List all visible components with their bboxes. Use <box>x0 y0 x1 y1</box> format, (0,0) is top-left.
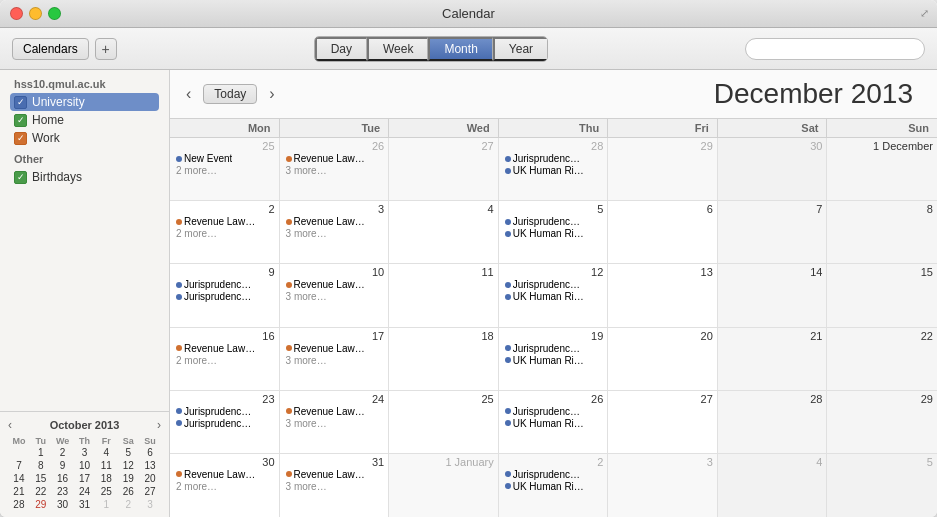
day-cell[interactable]: 9 Jurisprudenc… Jurisprudenc… <box>170 264 280 326</box>
mini-day[interactable]: 19 <box>117 472 139 485</box>
day-cell[interactable]: 6 <box>608 201 718 263</box>
day-cell[interactable]: 22 <box>827 328 937 390</box>
mini-day[interactable]: 26 <box>117 485 139 498</box>
more-events-link[interactable]: 2 more… <box>174 228 275 239</box>
mini-day-highlight[interactable]: 29 <box>30 498 52 511</box>
mini-day[interactable]: 25 <box>95 485 117 498</box>
mini-day[interactable]: 4 <box>95 446 117 459</box>
mini-day[interactable]: 27 <box>139 485 161 498</box>
event[interactable]: Jurisprudenc… <box>503 343 604 354</box>
event[interactable]: Revenue Law… <box>284 216 385 227</box>
event[interactable]: Revenue Law… <box>174 216 275 227</box>
day-cell[interactable]: 26 Revenue Law… 3 more… <box>280 138 390 200</box>
mini-day[interactable]: 14 <box>8 472 30 485</box>
sidebar-item-university[interactable]: ✓ University <box>10 93 159 111</box>
day-cell[interactable]: 28 <box>718 391 828 453</box>
mini-day[interactable]: 13 <box>139 459 161 472</box>
more-events-link[interactable]: 3 more… <box>284 355 385 366</box>
mini-day[interactable]: 23 <box>52 485 74 498</box>
mini-day[interactable]: 11 <box>95 459 117 472</box>
day-cell[interactable]: 3 <box>608 454 718 517</box>
month-view-button[interactable]: Month <box>428 37 492 61</box>
next-month-button[interactable]: › <box>265 85 278 103</box>
day-cell[interactable]: 8 <box>827 201 937 263</box>
day-cell[interactable]: 25 New Event 2 more… <box>170 138 280 200</box>
mini-day[interactable]: 2 <box>52 446 74 459</box>
mini-day[interactable]: 8 <box>30 459 52 472</box>
day-cell[interactable]: 26 Jurisprudenc… UK Human Ri… <box>499 391 609 453</box>
event[interactable]: UK Human Ri… <box>503 418 604 429</box>
mini-day[interactable]: 18 <box>95 472 117 485</box>
day-cell[interactable]: 16 Revenue Law… 2 more… <box>170 328 280 390</box>
more-events-link[interactable]: 3 more… <box>284 418 385 429</box>
event[interactable]: Revenue Law… <box>284 153 385 164</box>
mini-day[interactable]: 6 <box>139 446 161 459</box>
event[interactable]: UK Human Ri… <box>503 481 604 492</box>
mini-day[interactable]: 5 <box>117 446 139 459</box>
mini-day[interactable]: 24 <box>74 485 96 498</box>
day-cell[interactable]: 19 Jurisprudenc… UK Human Ri… <box>499 328 609 390</box>
mini-day[interactable] <box>8 446 30 459</box>
day-cell[interactable]: 21 <box>718 328 828 390</box>
event[interactable]: Jurisprudenc… <box>503 279 604 290</box>
day-cell[interactable]: 5 Jurisprudenc… UK Human Ri… <box>499 201 609 263</box>
day-cell[interactable]: 3 Revenue Law… 3 more… <box>280 201 390 263</box>
year-view-button[interactable]: Year <box>493 37 547 61</box>
day-cell[interactable]: 5 <box>827 454 937 517</box>
more-events-link[interactable]: 2 more… <box>174 481 275 492</box>
home-checkbox[interactable]: ✓ <box>14 114 27 127</box>
mini-day[interactable]: 22 <box>30 485 52 498</box>
event[interactable]: UK Human Ri… <box>503 165 604 176</box>
event[interactable]: Jurisprudenc… <box>174 279 275 290</box>
day-cell[interactable]: 2 Jurisprudenc… UK Human Ri… <box>499 454 609 517</box>
sidebar-item-work[interactable]: ✓ Work <box>10 129 159 147</box>
event[interactable]: Jurisprudenc… <box>503 406 604 417</box>
day-cell[interactable]: 17 Revenue Law… 3 more… <box>280 328 390 390</box>
day-cell[interactable]: 12 Jurisprudenc… UK Human Ri… <box>499 264 609 326</box>
more-events-link[interactable]: 2 more… <box>174 355 275 366</box>
event[interactable]: Jurisprudenc… <box>174 291 275 302</box>
add-calendar-button[interactable]: + <box>95 38 117 60</box>
mini-day[interactable]: 12 <box>117 459 139 472</box>
minimize-button[interactable] <box>29 7 42 20</box>
event[interactable]: UK Human Ri… <box>503 355 604 366</box>
day-cell[interactable]: 29 <box>608 138 718 200</box>
day-view-button[interactable]: Day <box>315 37 367 61</box>
day-cell[interactable]: 24 Revenue Law… 3 more… <box>280 391 390 453</box>
event[interactable]: Jurisprudenc… <box>174 406 275 417</box>
mini-day[interactable]: 1 <box>30 446 52 459</box>
event[interactable]: Revenue Law… <box>174 343 275 354</box>
event[interactable]: Revenue Law… <box>284 279 385 290</box>
mini-day[interactable]: 10 <box>74 459 96 472</box>
mini-prev-button[interactable]: ‹ <box>8 418 12 432</box>
day-cell[interactable]: 23 Jurisprudenc… Jurisprudenc… <box>170 391 280 453</box>
mini-day[interactable]: 3 <box>74 446 96 459</box>
event[interactable]: Jurisprudenc… <box>503 216 604 227</box>
close-button[interactable] <box>10 7 23 20</box>
mini-day[interactable]: 20 <box>139 472 161 485</box>
day-cell[interactable]: 18 <box>389 328 499 390</box>
event[interactable]: UK Human Ri… <box>503 291 604 302</box>
mini-next-button[interactable]: › <box>157 418 161 432</box>
work-checkbox[interactable]: ✓ <box>14 132 27 145</box>
day-cell[interactable]: 4 <box>389 201 499 263</box>
mini-day[interactable]: 1 <box>95 498 117 511</box>
more-events-link[interactable]: 3 more… <box>284 481 385 492</box>
event[interactable]: UK Human Ri… <box>503 228 604 239</box>
event[interactable]: Revenue Law… <box>284 469 385 480</box>
day-cell[interactable]: 30 Revenue Law… 2 more… <box>170 454 280 517</box>
mini-day[interactable]: 31 <box>74 498 96 511</box>
week-view-button[interactable]: Week <box>367 37 428 61</box>
event[interactable]: New Event <box>174 153 275 164</box>
day-cell[interactable]: 27 <box>389 138 499 200</box>
calendars-button[interactable]: Calendars <box>12 38 89 60</box>
mini-day[interactable]: 17 <box>74 472 96 485</box>
event[interactable]: Revenue Law… <box>284 406 385 417</box>
day-cell[interactable]: 2 Revenue Law… 2 more… <box>170 201 280 263</box>
event[interactable]: Jurisprudenc… <box>503 469 604 480</box>
sidebar-item-birthdays[interactable]: ✓ Birthdays <box>10 168 159 186</box>
mini-day[interactable]: 28 <box>8 498 30 511</box>
mini-day[interactable]: 21 <box>8 485 30 498</box>
prev-month-button[interactable]: ‹ <box>182 85 195 103</box>
more-events-link[interactable]: 3 more… <box>284 228 385 239</box>
